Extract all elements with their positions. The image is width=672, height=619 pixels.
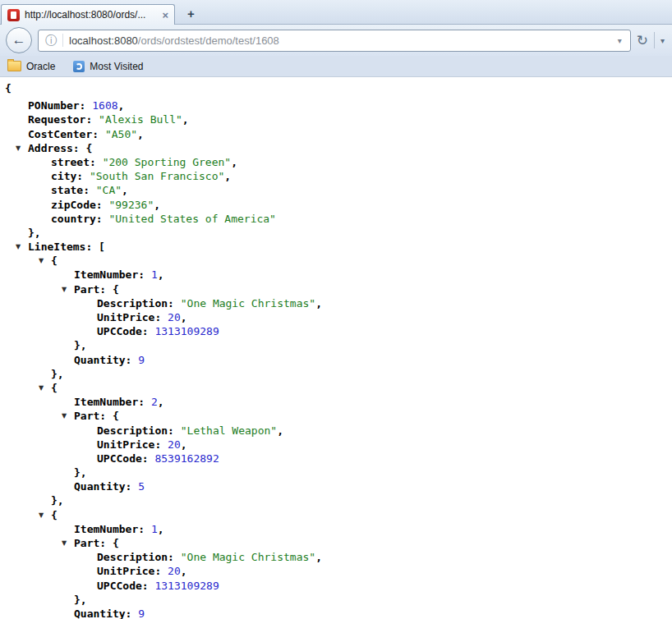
json-value: 9 <box>138 608 145 619</box>
json-value: "One Magic Christmas" <box>181 551 315 563</box>
json-line: ▼{ <box>0 508 672 522</box>
json-key: Quantity: <box>74 608 138 619</box>
json-key: Part: <box>74 537 113 549</box>
json-line: ▼{ <box>0 254 672 268</box>
reload-button[interactable]: ↻ <box>637 34 648 48</box>
json-line: UPCCode: 8539162892 <box>0 452 672 465</box>
json-value: "United States of America" <box>108 213 276 225</box>
json-value: 20 <box>168 438 181 451</box>
json-value: [ <box>99 241 105 253</box>
json-punct: , <box>181 438 187 451</box>
folder-icon <box>7 61 21 71</box>
json-punct: , <box>137 128 144 140</box>
json-line: UnitPrice: 20, <box>0 564 672 578</box>
json-value: { <box>51 382 58 394</box>
json-key: Part: <box>74 410 113 422</box>
json-punct: , <box>315 297 322 310</box>
tab-favicon-icon <box>7 9 20 21</box>
json-value: 2 <box>151 396 158 408</box>
json-value: 1608 <box>92 99 117 112</box>
tab-title: http://localhost:8080/ords/... <box>25 9 157 21</box>
divider <box>654 32 655 48</box>
collapse-toggle-icon[interactable]: ▼ <box>39 254 51 268</box>
json-value: 1 <box>151 523 158 535</box>
urlbar-dropdown-icon[interactable]: ▾ <box>616 36 624 45</box>
json-line: }, <box>0 226 672 240</box>
json-value: }, <box>51 494 64 507</box>
json-key: Part: <box>74 283 113 296</box>
json-line: Description: "One Magic Christmas", <box>0 296 672 310</box>
json-key: Description: <box>97 551 181 563</box>
collapse-toggle-icon[interactable]: ▼ <box>62 409 74 423</box>
collapse-toggle-icon[interactable]: ▼ <box>16 240 28 254</box>
json-line: PONumber: 1608, <box>0 99 672 112</box>
json-key: Address: <box>28 142 85 154</box>
json-value: { <box>5 82 12 94</box>
json-value: 1313109289 <box>154 325 219 337</box>
browser-window: http://localhost:8080/ords/... × + ← ⓘ l… <box>0 0 672 619</box>
json-punct: , <box>182 113 189 126</box>
json-line: }, <box>0 593 672 607</box>
json-line: }, <box>0 493 672 507</box>
collapse-toggle-icon[interactable]: ▼ <box>16 141 28 155</box>
address-bar[interactable]: ⓘ localhost:8080/ords/ordstest/demo/test… <box>38 30 631 52</box>
json-value: 20 <box>168 565 181 577</box>
json-punct: , <box>277 424 283 437</box>
tab-bar: http://localhost:8080/ords/... × + <box>0 0 672 25</box>
json-value: "99236" <box>108 199 154 211</box>
json-punct: , <box>181 311 187 323</box>
json-key: Description: <box>97 297 181 310</box>
json-value: 8539162892 <box>154 452 219 465</box>
new-tab-button[interactable]: + <box>181 5 201 21</box>
json-line: ▼Part: { <box>0 282 672 296</box>
json-line: }, <box>0 465 672 479</box>
json-punct: , <box>181 565 187 577</box>
url-text[interactable]: localhost:8080/ords/ordstest/demo/test/1… <box>69 34 610 47</box>
collapse-toggle-icon[interactable]: ▼ <box>39 508 51 522</box>
bookmark-oracle[interactable]: Oracle <box>7 61 55 72</box>
json-line: ▼Address: { <box>0 141 672 155</box>
json-value: "South San Francisco" <box>90 170 224 182</box>
json-value: { <box>51 254 58 267</box>
json-line: ▼Part: { <box>0 536 672 550</box>
navbar-dropdown-icon[interactable]: ▾ <box>660 36 666 45</box>
json-key: Quantity: <box>74 354 138 366</box>
json-punct: , <box>158 396 164 408</box>
json-line: ItemNumber: 1, <box>0 268 672 282</box>
json-punct: , <box>158 268 164 281</box>
json-key: UPCCode: <box>97 452 154 465</box>
json-value: }, <box>28 227 41 239</box>
browser-tab[interactable]: http://localhost:8080/ords/... × <box>1 4 175 25</box>
json-punct: , <box>224 170 231 182</box>
json-line: Requestor: "Alexis Bull", <box>0 112 672 126</box>
collapse-toggle-icon[interactable]: ▼ <box>39 381 51 395</box>
json-value: 20 <box>168 311 181 323</box>
json-line: Description: "Lethal Weapon", <box>0 424 672 438</box>
json-value: }, <box>74 339 87 351</box>
json-key: UnitPrice: <box>97 311 168 323</box>
bookmark-label: Oracle <box>26 61 55 72</box>
url-domain: localhost:8080 <box>69 34 138 47</box>
json-punct: , <box>231 156 237 168</box>
json-line: zipCode: "99236", <box>0 198 672 212</box>
json-key: ItemNumber: <box>74 268 151 281</box>
bookmark-label: Most Visited <box>90 61 143 72</box>
json-key: ItemNumber: <box>74 523 151 535</box>
back-button[interactable]: ← <box>6 27 32 53</box>
site-info-icon[interactable]: ⓘ <box>45 34 57 46</box>
bookmark-most-visited[interactable]: Most Visited <box>73 61 143 72</box>
divider <box>62 34 63 47</box>
json-value: }, <box>51 368 64 380</box>
json-value: { <box>51 509 58 521</box>
json-line: street: "200 Sporting Green", <box>0 155 672 169</box>
json-key: Description: <box>97 424 181 437</box>
json-line: UnitPrice: 20, <box>0 310 672 324</box>
json-line: CostCenter: "A50", <box>0 127 672 141</box>
json-value: "200 Sporting Green" <box>103 156 232 168</box>
collapse-toggle-icon[interactable]: ▼ <box>62 536 74 550</box>
json-value: "Lethal Weapon" <box>181 424 277 437</box>
tab-close-icon[interactable]: × <box>162 10 168 21</box>
json-line: }, <box>0 338 672 352</box>
collapse-toggle-icon[interactable]: ▼ <box>62 282 74 296</box>
json-value: { <box>113 537 119 549</box>
